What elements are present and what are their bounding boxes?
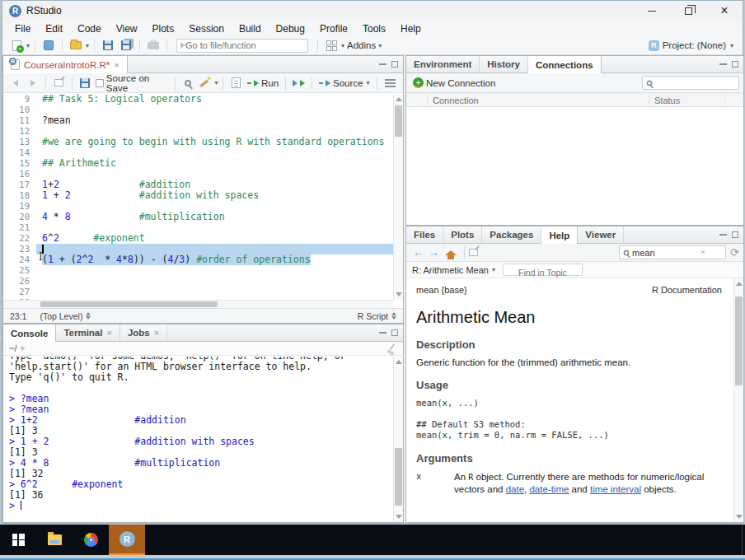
help-vscrollbar[interactable]	[733, 278, 743, 522]
source-dropdown-icon[interactable]: ▾	[366, 79, 369, 86]
addins-dropdown-icon[interactable]: ▾	[378, 42, 382, 49]
menu-item-debug[interactable]: Debug	[269, 21, 312, 36]
console-output[interactable]: Type 'demo()' for some demos, 'help()' f…	[3, 357, 393, 522]
menu-item-edit[interactable]: Edit	[38, 21, 70, 36]
panes-dropdown-icon[interactable]: ▾	[341, 42, 344, 49]
clear-search-icon[interactable]: ×	[700, 248, 705, 257]
start-button[interactable]	[0, 525, 36, 555]
help-search-input[interactable]	[632, 248, 698, 258]
compile-report-button[interactable]	[229, 77, 243, 90]
pane-maximize-icon[interactable]	[732, 231, 738, 238]
source-button[interactable]: Source ▾	[319, 78, 370, 88]
workspace-panes-button[interactable]	[324, 39, 339, 52]
tab-environment[interactable]: Environment	[406, 56, 480, 72]
find-in-topic-input[interactable]	[508, 268, 578, 278]
column-status[interactable]: Status	[649, 94, 725, 106]
help-home-icon[interactable]	[445, 250, 457, 255]
tab-source-file[interactable]: CourseraIntrotoR.R* ×	[3, 56, 128, 73]
code-tools-dropdown-icon[interactable]: ▾	[214, 79, 218, 86]
popout-button[interactable]	[52, 77, 66, 90]
pane-maximize-icon[interactable]	[391, 61, 398, 68]
tab-connections[interactable]: Connections	[528, 56, 602, 73]
scroll-down-icon[interactable]	[396, 292, 402, 296]
tab-files[interactable]: Files	[406, 226, 443, 243]
save-source-button[interactable]	[78, 77, 92, 90]
goto-file-box[interactable]	[176, 39, 308, 53]
pane-minimize-icon[interactable]	[719, 234, 727, 236]
goto-wd-icon[interactable]	[21, 346, 26, 351]
clear-console-icon[interactable]	[387, 343, 397, 354]
pane-minimize-icon[interactable]	[379, 63, 387, 65]
show-desktop-button[interactable]	[742, 525, 745, 555]
nav-back-button[interactable]	[9, 77, 23, 90]
find-replace-button[interactable]	[181, 77, 195, 90]
refresh-icon[interactable]: ⟳	[730, 246, 739, 259]
doc-link[interactable]: date	[506, 484, 524, 494]
column-connection[interactable]: Connection	[428, 94, 649, 106]
jobs-close-icon[interactable]: ×	[154, 328, 159, 338]
editor-hscroll-thumb[interactable]	[40, 301, 218, 307]
menu-item-tools[interactable]: Tools	[355, 21, 393, 36]
rstudio-taskbar-button[interactable]: R	[109, 525, 145, 555]
new-project-button[interactable]	[41, 39, 56, 52]
editor-vscrollbar[interactable]	[393, 94, 403, 300]
source-on-save-checkbox[interactable]	[96, 79, 103, 87]
save-button[interactable]	[101, 39, 115, 52]
tab-plots[interactable]: Plots	[443, 226, 482, 243]
file-explorer-button[interactable]	[36, 525, 73, 555]
code-editor[interactable]: 9## Task 5: Logical operators1011?mean12…	[3, 94, 393, 300]
nav-forward-button[interactable]	[26, 77, 40, 90]
terminal-close-icon[interactable]: ×	[106, 328, 111, 338]
tab-jobs[interactable]: Jobs×	[120, 324, 167, 341]
menu-item-view[interactable]: View	[109, 21, 145, 36]
open-recent-dropdown-icon[interactable]: ▾	[86, 42, 89, 49]
pane-minimize-icon[interactable]	[719, 63, 727, 65]
scope-stepper-icon[interactable]	[86, 312, 91, 320]
help-popout-icon[interactable]	[469, 249, 478, 256]
source-on-save-toggle[interactable]: Source on Save	[96, 73, 168, 93]
tab-viewer[interactable]: Viewer	[578, 226, 624, 243]
scroll-up-icon[interactable]	[396, 360, 402, 364]
print-button[interactable]	[146, 39, 161, 52]
new-file-button[interactable]: +	[9, 39, 24, 52]
save-all-button[interactable]	[119, 39, 134, 52]
filetype-stepper-icon[interactable]	[391, 312, 396, 320]
run-button[interactable]: Run	[247, 78, 279, 88]
scroll-down-icon[interactable]	[396, 515, 402, 519]
minimize-button[interactable]	[634, 1, 670, 21]
console-vscroll-thumb[interactable]	[395, 448, 402, 506]
tab-console[interactable]: Console	[3, 324, 56, 342]
tab-packages[interactable]: Packages	[482, 226, 541, 243]
scroll-up-icon[interactable]	[396, 97, 402, 101]
find-in-topic-box[interactable]	[503, 264, 583, 276]
menu-item-code[interactable]: Code	[70, 21, 109, 36]
menu-item-file[interactable]: File	[7, 21, 38, 36]
doc-link[interactable]: date-time	[529, 484, 569, 494]
scroll-down-icon[interactable]	[736, 515, 743, 519]
scope-selector[interactable]: (Top Level)	[40, 311, 82, 321]
connections-search-input[interactable]	[655, 78, 721, 88]
file-type-selector[interactable]: R Script	[358, 311, 388, 321]
connections-search-box[interactable]	[642, 76, 739, 90]
editor-hscrollbar[interactable]	[3, 300, 393, 308]
menu-item-profile[interactable]: Profile	[312, 21, 355, 36]
restore-button[interactable]	[670, 1, 706, 21]
new-file-dropdown-icon[interactable]: ▾	[26, 42, 30, 49]
menu-item-session[interactable]: Session	[181, 21, 232, 36]
help-forward-button[interactable]: →	[429, 246, 439, 259]
open-file-button[interactable]	[68, 39, 83, 52]
chrome-button[interactable]	[73, 525, 109, 555]
menu-item-build[interactable]: Build	[232, 21, 269, 36]
help-back-button[interactable]: ←	[413, 246, 424, 259]
scroll-up-icon[interactable]	[736, 282, 743, 286]
pane-minimize-icon[interactable]	[379, 332, 387, 334]
tab-help[interactable]: Help	[541, 226, 578, 244]
pane-maximize-icon[interactable]	[391, 329, 398, 336]
addins-button[interactable]: Addins	[347, 40, 376, 50]
tab-history[interactable]: History	[480, 56, 528, 72]
menu-item-help[interactable]: Help	[393, 21, 429, 36]
help-search-box[interactable]: ×	[619, 245, 726, 259]
tab-close-icon[interactable]: ×	[114, 60, 119, 70]
menu-item-plots[interactable]: Plots	[145, 21, 182, 36]
new-connection-button[interactable]: + New Connection	[413, 77, 495, 88]
